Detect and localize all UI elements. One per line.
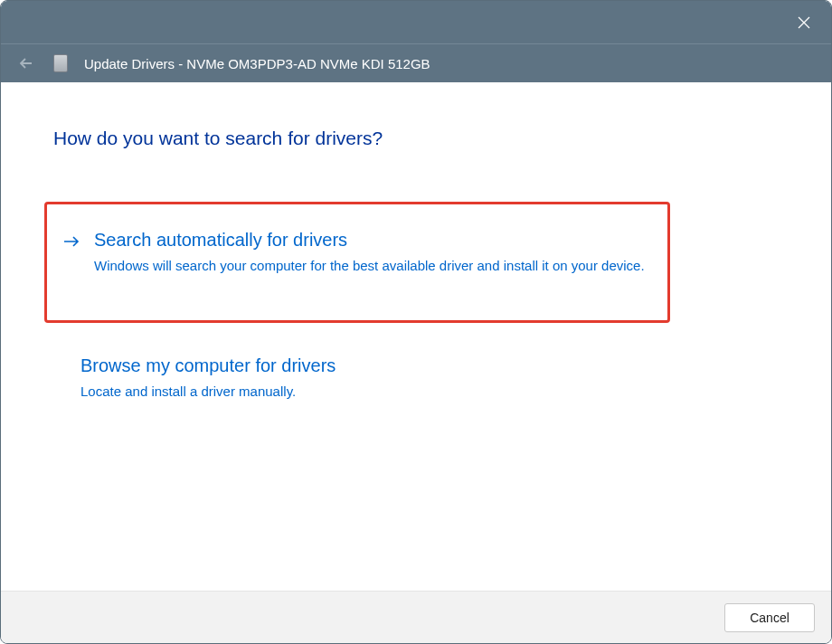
arrow-right-icon	[63, 230, 81, 277]
option-title: Search automatically for drivers	[94, 230, 651, 251]
cancel-button[interactable]: Cancel	[724, 603, 815, 632]
option-search-automatically[interactable]: Search automatically for drivers Windows…	[44, 202, 670, 323]
option-body: Search automatically for drivers Windows…	[94, 230, 651, 277]
option-browse-computer[interactable]: Browse my computer for drivers Locate an…	[61, 355, 779, 402]
option-description: Windows will search your computer for th…	[94, 256, 651, 277]
option-description: Locate and install a driver manually.	[80, 382, 641, 402]
header-bar: Update Drivers - NVMe OM3PDP3-AD NVMe KD…	[1, 43, 831, 82]
content-area: How do you want to search for drivers? S…	[1, 82, 831, 591]
close-button[interactable]	[784, 5, 824, 41]
back-arrow-icon	[19, 56, 33, 71]
option-body: Browse my computer for drivers Locate an…	[80, 355, 771, 402]
option-title: Browse my computer for drivers	[80, 355, 771, 376]
update-drivers-dialog: Update Drivers - NVMe OM3PDP3-AD NVMe KD…	[0, 0, 832, 644]
cancel-button-label: Cancel	[750, 611, 789, 625]
titlebar	[1, 1, 831, 43]
disk-drive-icon	[53, 54, 68, 72]
page-title: Update Drivers - NVMe OM3PDP3-AD NVMe KD…	[84, 56, 430, 71]
prompt-heading: How do you want to search for drivers?	[53, 128, 779, 149]
close-icon	[798, 16, 810, 29]
back-button	[15, 52, 37, 74]
footer-bar: Cancel	[1, 591, 831, 643]
